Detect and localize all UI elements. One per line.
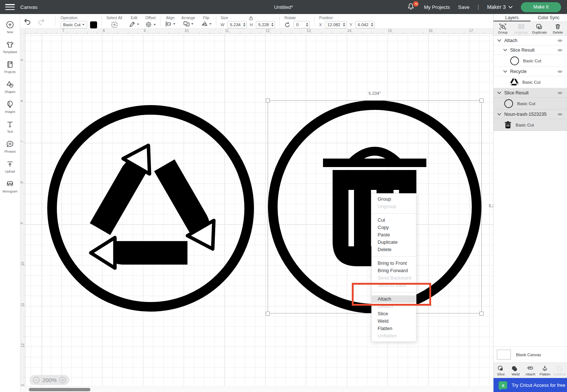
sidebar-item-projects[interactable]: Projects <box>0 57 20 77</box>
y-stepper[interactable] <box>371 21 373 28</box>
layer-group-slice-result-2[interactable]: Slice Result <box>494 88 567 98</box>
zoom-out-button[interactable]: − <box>33 377 39 383</box>
context-menu-item-ungroup[interactable]: Ungroup <box>372 203 416 210</box>
weld-button[interactable]: Weld <box>508 363 523 378</box>
delete-button[interactable]: Delete <box>549 22 567 35</box>
visibility-eye-icon[interactable] <box>557 48 563 52</box>
layer-item-circle-1[interactable]: Basic Cut <box>494 55 567 67</box>
notifications-button[interactable]: 75 <box>407 3 416 11</box>
sidebar-item-upload[interactable]: Upload <box>0 156 20 176</box>
lock-ratio-icon[interactable] <box>249 16 253 20</box>
tab-layers[interactable]: Layers <box>494 14 530 21</box>
select-all-icon[interactable] <box>111 21 118 28</box>
chevron-down-icon[interactable] <box>503 48 507 52</box>
ungroup-button[interactable]: Ungroup <box>512 22 530 35</box>
visibility-eye-icon[interactable] <box>557 70 563 73</box>
context-menu-item-bring-forward[interactable]: Bring Forward <box>372 267 416 274</box>
sidebar-item-text[interactable]: Text <box>0 117 20 136</box>
chevron-down-icon[interactable] <box>497 39 501 42</box>
visibility-eye-icon[interactable] <box>557 112 563 116</box>
edit-menu-button[interactable] <box>129 21 139 28</box>
redo-icon[interactable] <box>37 18 45 25</box>
height-input[interactable]: 5.228 <box>256 21 275 28</box>
rotate-icon[interactable] <box>284 22 291 28</box>
context-menu-item-duplicate[interactable]: Duplicate <box>372 239 416 246</box>
document-title[interactable]: Untitled* <box>274 4 293 10</box>
height-stepper[interactable] <box>271 21 274 28</box>
width-stepper[interactable] <box>243 21 245 28</box>
context-menu-item-cut[interactable]: Cut <box>372 216 416 224</box>
flatten-button[interactable]: Flatten <box>537 363 552 378</box>
color-swatch[interactable] <box>90 21 97 28</box>
context-menu-item-delete[interactable]: Delete <box>372 246 416 253</box>
selection-handle-nw[interactable] <box>266 98 270 103</box>
group-button[interactable]: Group <box>494 22 512 35</box>
sidebar-item-monogram[interactable]: Monogram <box>0 176 20 196</box>
my-projects-link[interactable]: My Projects <box>424 4 450 10</box>
flip-menu-button[interactable] <box>201 21 212 27</box>
horizontal-scrollbar-thumb[interactable] <box>29 388 90 391</box>
sidebar-item-templates[interactable]: Templates <box>0 37 20 57</box>
visibility-eye-icon[interactable] <box>557 91 563 95</box>
context-menu-item-unflatten[interactable]: Unflatten <box>372 332 416 340</box>
menu-icon[interactable] <box>5 4 15 10</box>
y-input[interactable]: 6.042 <box>355 21 375 28</box>
x-stepper[interactable] <box>343 21 345 28</box>
layer-group-noun-trash[interactable]: Noun-trash-1523235 <box>494 110 567 119</box>
sidebar-item-images[interactable]: Images <box>0 97 20 117</box>
context-menu-item-send-to-back[interactable]: Send to Back <box>372 282 416 289</box>
visibility-eye-icon[interactable] <box>557 39 563 42</box>
layer-group-slice-result-1[interactable]: Slice Result <box>494 45 567 55</box>
zoom-in-button[interactable]: + <box>59 377 66 383</box>
sidebar-item-phrases[interactable]: Phrases <box>0 136 20 156</box>
context-menu-item-send-backward[interactable]: Send Backward <box>372 274 416 282</box>
chevron-down-icon[interactable] <box>503 70 507 73</box>
context-menu-item-slice[interactable]: Slice <box>372 310 416 318</box>
operation-select[interactable]: Basic Cut <box>61 21 87 28</box>
make-it-button[interactable]: Make It <box>521 2 561 12</box>
undo-icon[interactable] <box>23 18 31 25</box>
machine-selector[interactable]: Maker 3 <box>487 4 513 10</box>
selection-handle-se[interactable] <box>480 312 484 316</box>
context-menu-item-group[interactable]: Group <box>372 195 416 203</box>
layer-item-recycle[interactable]: Basic Cut <box>494 76 567 88</box>
canvas-color-swatch[interactable] <box>497 350 511 360</box>
cricut-access-banner[interactable]: a Try Cricut Access for free <box>494 378 567 392</box>
save-link[interactable]: Save <box>458 4 470 10</box>
attach-button[interactable]: Attach <box>523 363 538 378</box>
x-input[interactable]: 12.082 <box>325 21 347 28</box>
context-menu-item-detach[interactable]: Detach <box>372 303 416 310</box>
context-menu-item-attach[interactable]: Attach <box>372 295 416 303</box>
context-menu-item-bring-to-front[interactable]: Bring to Front <box>372 260 416 267</box>
height-label: H <box>250 22 253 27</box>
layer-item-circle-2[interactable]: Basic Cut <box>494 98 567 110</box>
sidebar-item-shapes[interactable]: Shapes <box>0 77 20 97</box>
context-menu-item-copy[interactable]: Copy <box>372 224 416 231</box>
layer-group-recycle[interactable]: Recycle <box>494 67 567 76</box>
offset-menu-button[interactable] <box>145 21 156 28</box>
context-menu-item-flatten[interactable]: Flatten <box>372 325 416 332</box>
tab-color-sync[interactable]: Color Sync <box>530 14 567 21</box>
selection-handle-sw[interactable] <box>266 312 270 316</box>
recycle-design-object[interactable] <box>52 110 249 307</box>
layer-item-trash[interactable]: Basic Cut <box>494 119 567 131</box>
blank-canvas-row[interactable]: Blank Canvas <box>494 346 567 362</box>
chevron-down-icon[interactable] <box>497 112 501 116</box>
contour-button[interactable]: Contour <box>552 363 567 378</box>
chevron-down-icon[interactable] <box>497 91 501 94</box>
layer-group-attach[interactable]: Attach <box>494 36 567 45</box>
circle-thumbnail <box>504 99 513 108</box>
align-menu-button[interactable] <box>165 21 175 27</box>
arrange-menu-button[interactable] <box>183 21 193 27</box>
context-menu-item-paste[interactable]: Paste <box>372 231 416 239</box>
rotate-input[interactable]: 0 <box>293 21 310 28</box>
context-menu-item-weld[interactable]: Weld <box>372 318 416 325</box>
rotate-stepper[interactable] <box>306 21 308 28</box>
selection-handle-ne[interactable] <box>480 98 484 103</box>
horizontal-scrollbar-track[interactable] <box>20 386 493 392</box>
duplicate-button[interactable]: Duplicate <box>530 22 549 35</box>
sidebar-item-new[interactable]: New <box>0 17 20 37</box>
slice-button[interactable]: Slice <box>494 363 508 378</box>
edit-toolbar: Operation Basic Cut Select All Edit Offs… <box>20 14 493 29</box>
width-input[interactable]: 5.234 <box>227 21 247 28</box>
